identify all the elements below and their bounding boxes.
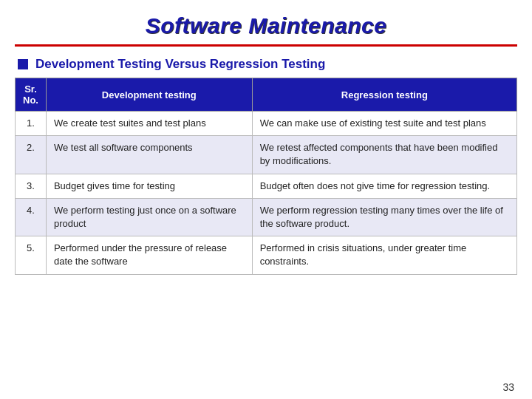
header-development: Development testing (46, 78, 252, 112)
table-row: 1.We create test suites and test plansWe… (16, 112, 517, 136)
table-row: 4.We perform testing just once on a soft… (16, 198, 517, 236)
cell-regression: We can make use of existing test suite a… (252, 112, 516, 136)
table-row: 2.We test all software componentsWe rete… (16, 136, 517, 174)
cell-row-num: 4. (16, 198, 47, 236)
page: Software Maintenance Development Testing… (0, 0, 532, 399)
table-header-row: Sr. No. Development testing Regression t… (16, 78, 517, 112)
red-divider (15, 44, 517, 47)
table-row: 3.Budget gives time for testingBudget of… (16, 174, 517, 198)
cell-development: We create test suites and test plans (46, 112, 252, 136)
cell-row-num: 2. (16, 136, 47, 174)
cell-development: We test all software components (46, 136, 252, 174)
table-row: 5.Performed under the pressure of releas… (16, 236, 517, 274)
cell-development: We perform testing just once on a softwa… (46, 198, 252, 236)
cell-regression: Performed in crisis situations, under gr… (252, 236, 516, 274)
bullet-icon (18, 59, 28, 69)
cell-row-num: 3. (16, 174, 47, 198)
main-title: Software Maintenance (15, 13, 517, 38)
cell-regression: Budget often does not give time for regr… (252, 174, 516, 198)
cell-regression: We retest affected components that have … (252, 136, 516, 174)
header-regression: Regression testing (252, 78, 516, 112)
comparison-table: Sr. No. Development testing Regression t… (15, 78, 517, 275)
page-number: 33 (502, 381, 514, 393)
cell-row-num: 1. (16, 112, 47, 136)
cell-development: Budget gives time for testing (46, 174, 252, 198)
subtitle-row: Development Testing Versus Regression Te… (0, 54, 532, 78)
cell-development: Performed under the pressure of release … (46, 236, 252, 274)
table-container: Sr. No. Development testing Regression t… (15, 78, 517, 275)
header-sr-no: Sr. No. (16, 78, 47, 112)
subtitle-text: Development Testing Versus Regression Te… (35, 57, 325, 72)
title-area: Software Maintenance (0, 0, 532, 44)
cell-row-num: 5. (16, 236, 47, 274)
cell-regression: We perform regression testing many times… (252, 198, 516, 236)
